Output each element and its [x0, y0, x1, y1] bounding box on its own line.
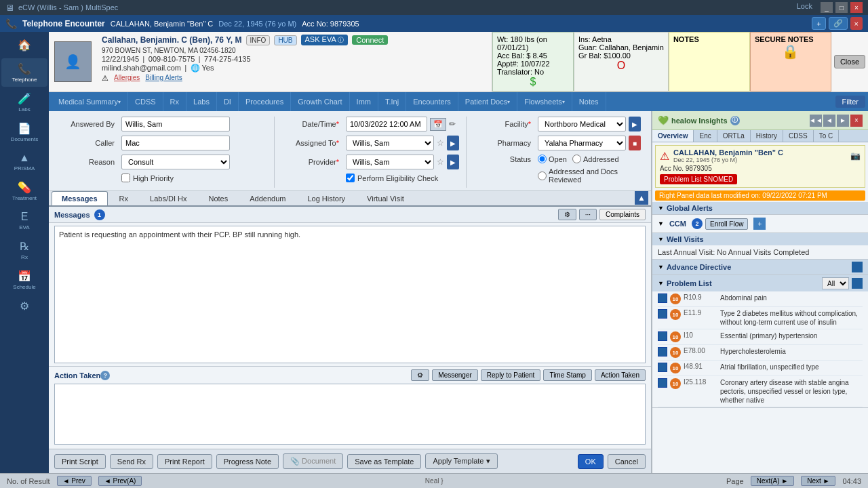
rp-arrow-close[interactable]: × — [850, 115, 863, 127]
maximize-btn[interactable]: □ — [835, 2, 848, 13]
tab-notes-content[interactable]: Notes — [198, 191, 238, 205]
tab-messages[interactable]: Messages — [52, 191, 108, 205]
action-taken-textarea[interactable] — [54, 384, 646, 445]
tab-notes[interactable]: Notes — [572, 92, 606, 111]
problem-filter-select[interactable]: All — [822, 277, 849, 289]
print-script-btn[interactable]: Print Script — [54, 454, 106, 469]
prob-check-4[interactable] — [658, 347, 667, 357]
prob-check-3[interactable] — [658, 331, 667, 341]
tab-di[interactable]: DI — [217, 92, 239, 111]
prev-btn[interactable]: ◄ Prev — [57, 476, 92, 486]
sidebar-item-documents[interactable]: 📄 Documents — [1, 118, 47, 146]
status-addressed-label[interactable]: Addressed — [572, 155, 619, 163]
rp-arrow-prev-prev[interactable]: ◄◄ — [810, 115, 822, 127]
ok-btn[interactable]: OK — [578, 454, 604, 469]
sidebar-item-prisma[interactable]: ▲ PRISMA — [1, 148, 47, 176]
info-badge[interactable]: INFO — [246, 35, 271, 45]
sidebar-item-settings[interactable]: ⚙ — [1, 296, 47, 318]
tab-cdss[interactable]: CDSS — [128, 92, 163, 111]
tab-procedures[interactable]: Procedures — [239, 92, 291, 111]
status-addressed-docs-radio[interactable] — [538, 171, 547, 180]
assigned-star-btn[interactable]: ☆ — [437, 138, 444, 148]
filter-btn[interactable]: Filter — [835, 96, 865, 108]
tab-labs[interactable]: Labs — [186, 92, 217, 111]
tab-medical-summary[interactable]: Medical Summary ▾ — [52, 92, 128, 111]
messages-gear-btn[interactable]: ⚙ — [558, 209, 576, 220]
rp-tab-history[interactable]: History — [751, 130, 783, 142]
billing-alerts-link[interactable]: Billing Alerts — [145, 74, 182, 83]
high-priority-check[interactable] — [121, 174, 130, 182]
pen-btn[interactable]: ✏ — [449, 119, 456, 129]
reply-to-patient-btn[interactable]: Reply to Patient — [481, 369, 541, 381]
encounter-x-btn[interactable]: × — [850, 17, 863, 30]
notes-box[interactable]: NOTES — [669, 32, 750, 92]
tab-labs-di-hx[interactable]: Labs/DI Hx — [140, 191, 197, 205]
rp-tab-enc[interactable]: Enc — [694, 130, 717, 142]
provider-select[interactable]: Willis, Sam — [346, 155, 434, 169]
perform-eligibility-check[interactable] — [346, 174, 355, 182]
document-btn[interactable]: 📎 Document — [283, 453, 343, 469]
tab-rx-content[interactable]: Rx — [109, 191, 138, 205]
global-alerts-header[interactable]: ▼ Global Alerts — [652, 202, 868, 214]
complaints-btn[interactable]: Complaints — [599, 209, 646, 220]
rp-arrow-prev[interactable]: ◄ — [823, 115, 835, 127]
minimize-btn[interactable]: _ — [821, 2, 833, 13]
rp-tab-overview[interactable]: Overview — [652, 130, 694, 142]
rp-tab-cdss[interactable]: CDSS — [783, 130, 814, 142]
tab-flowsheets[interactable]: Flowsheets ▾ — [517, 92, 572, 111]
status-open-label[interactable]: Open — [538, 155, 567, 163]
facility-select[interactable]: Northboro Medical — [538, 117, 626, 131]
provider-arrow-btn[interactable]: ▶ — [447, 155, 459, 169]
tab-log-history[interactable]: Log History — [297, 191, 355, 205]
tab-encounters[interactable]: Encounters — [406, 92, 458, 111]
rp-tab-toc[interactable]: To C — [814, 130, 840, 142]
reason-select[interactable]: Consult Prescription Refill Test Results… — [121, 155, 230, 169]
hub-badge[interactable]: HUB — [274, 35, 296, 45]
assigned-to-select[interactable]: Willis, Sam — [346, 136, 434, 150]
scroll-up-btn[interactable]: ▲ — [635, 191, 648, 205]
rp-tab-ortla[interactable]: ORTLa — [717, 130, 751, 142]
connect-badge[interactable]: Connect — [352, 35, 388, 45]
encounter-link-btn[interactable]: 🔗 — [829, 17, 848, 30]
answered-by-input[interactable] — [121, 117, 230, 131]
apply-template-btn[interactable]: Apply Template ▾ — [425, 453, 497, 469]
date-input[interactable] — [346, 117, 427, 131]
askeva-badge[interactable]: ASK EVA ⓘ — [301, 35, 349, 45]
tab-addendum[interactable]: Addendum — [239, 191, 296, 205]
action-gear-btn[interactable]: ⚙ — [411, 369, 429, 381]
sidebar-item-treatment[interactable]: 💊 Treatment — [1, 177, 47, 205]
enroll-flow-btn[interactable]: Enroll Flow — [705, 218, 748, 230]
cancel-btn[interactable]: Cancel — [608, 454, 646, 469]
sidebar-item-eva[interactable]: E EVA — [1, 207, 47, 235]
time-stamp-btn[interactable]: Time Stamp — [543, 369, 592, 381]
prob-check-5[interactable] — [658, 363, 667, 372]
rp-arrow-next[interactable]: ► — [837, 115, 849, 127]
messages-more-btn[interactable]: ··· — [579, 209, 597, 220]
close-btn[interactable]: × — [850, 2, 863, 13]
sidebar-item-schedule[interactable]: 📅 Schedule — [1, 266, 47, 294]
tab-growth-chart[interactable]: Growth Chart — [291, 92, 349, 111]
send-rx-btn[interactable]: Send Rx — [110, 454, 153, 469]
next-btn[interactable]: Next ► — [801, 476, 835, 486]
perform-eligibility-label[interactable]: Perform Eligibility Check — [346, 174, 438, 182]
tab-rx[interactable]: Rx — [163, 92, 186, 111]
tab-virtual-visit[interactable]: Virtual Visit — [357, 191, 414, 205]
provider-star-btn[interactable]: ☆ — [437, 157, 444, 167]
tab-tinj[interactable]: T.Inj — [378, 92, 406, 111]
tab-imm[interactable]: Imm — [350, 92, 378, 111]
status-addressed-radio[interactable] — [572, 155, 581, 163]
prev-all-btn[interactable]: ◄ Prev(A) — [98, 476, 142, 486]
title-bar-controls[interactable]: Lock _ □ × — [797, 2, 863, 13]
well-visits-header[interactable]: ▼ Well Visits — [652, 233, 868, 245]
prob-check-6[interactable] — [658, 378, 667, 388]
prob-check-1[interactable] — [658, 293, 667, 303]
sidebar-item-telephone[interactable]: 📞 Telephone — [1, 58, 47, 87]
sidebar-item-labs[interactable]: 🧪 Labs — [1, 88, 47, 117]
progress-note-btn[interactable]: Progress Note — [216, 454, 279, 469]
secure-notes-box[interactable]: SECURE NOTES 🔒 — [750, 32, 831, 92]
caller-input[interactable] — [121, 136, 230, 150]
save-as-template-btn[interactable]: Save as Template — [347, 454, 421, 469]
tab-patient-docs[interactable]: Patient Docs ▾ — [458, 92, 517, 111]
pharmacy-arrow-btn[interactable]: ■ — [629, 136, 641, 150]
facility-arrow-btn[interactable]: ▶ — [629, 117, 641, 131]
